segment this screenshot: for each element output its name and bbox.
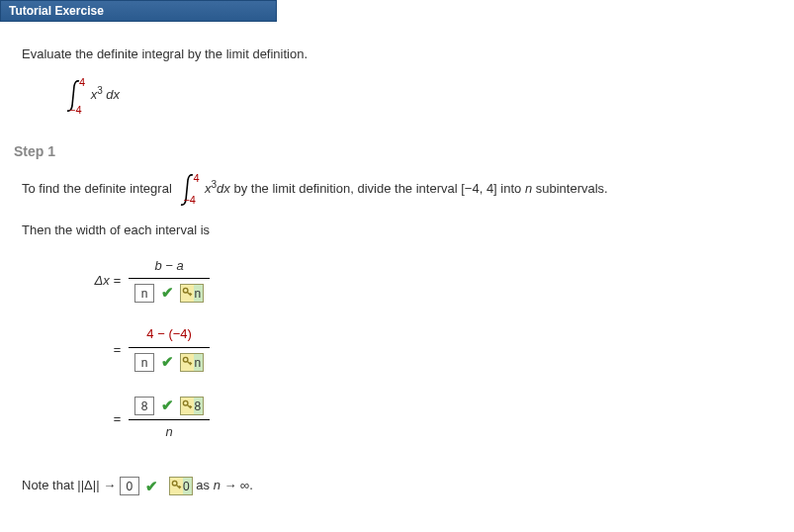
svg-point-2 (184, 400, 189, 405)
answer-input-2[interactable]: n (134, 353, 154, 372)
denominator-1: n ✔ n (129, 279, 210, 307)
prompt-integral: 4 −4 x3 dx (61, 78, 772, 114)
check-icon: ✔ (145, 475, 158, 498)
upper-limit: 4 (193, 170, 199, 188)
svg-point-3 (172, 482, 177, 487)
equals-2: = (81, 342, 129, 357)
check-icon: ✔ (161, 394, 174, 417)
check-icon: ✔ (161, 350, 174, 374)
fraction-1: b − a n ✔ n (129, 254, 210, 308)
answer-input-3[interactable]: 8 (134, 397, 154, 415)
numerator-3: 8 ✔ 8 (129, 392, 210, 420)
content-area: Evaluate the definite integral by the li… (0, 22, 794, 521)
svg-point-0 (184, 288, 189, 293)
step-heading: Step 1 (14, 143, 772, 159)
denominator-3: n (129, 420, 210, 445)
solution-key-button-3[interactable]: 8 (180, 397, 204, 415)
lower-limit: −4 (183, 192, 196, 210)
denominator-2: n ✔ n (129, 348, 210, 376)
dx-label: Δx = (81, 273, 129, 288)
fraction-2: 4 − (−4) n ✔ n (129, 322, 210, 376)
lower-limit: −4 (69, 104, 82, 116)
solution-key-button-1[interactable]: n (180, 284, 204, 303)
equals-3: = (81, 411, 129, 426)
delta-x-row-3: = 8 ✔ 8 n (81, 392, 772, 445)
prompt-text: Evaluate the definite integral by the li… (22, 44, 772, 65)
upper-limit: 4 (79, 76, 85, 88)
step1-line1: To find the definite integral 4 −4 x3dx … (22, 172, 772, 208)
inline-integral: 4 −4 (175, 172, 201, 208)
solution-key-button-4[interactable]: 0 (169, 477, 193, 495)
answer-input-1[interactable]: n (134, 284, 154, 303)
answer-input-4[interactable]: 0 (120, 477, 139, 495)
integral-symbol: 4 −4 (61, 78, 87, 114)
step1-line2: Then the width of each interval is (22, 221, 772, 241)
note-line: Note that ||Δ|| → 0 ✔ 0 as n → ∞. (22, 475, 772, 498)
solution-key-button-2[interactable]: n (180, 353, 204, 372)
inline-integrand: x3dx (205, 181, 233, 196)
numerator-2: 4 − (−4) (129, 322, 210, 348)
delta-x-row-2: = 4 − (−4) n ✔ n (81, 322, 772, 376)
numerator-1: b − a (129, 254, 210, 280)
svg-point-1 (184, 357, 189, 362)
fraction-3: 8 ✔ 8 n (129, 392, 210, 445)
integrand: x3 dx (91, 87, 120, 102)
section-title: Tutorial Exercise (9, 4, 104, 18)
delta-x-row-1: Δx = b − a n ✔ n (81, 254, 772, 308)
section-header: Tutorial Exercise (0, 0, 277, 22)
check-icon: ✔ (161, 281, 174, 305)
